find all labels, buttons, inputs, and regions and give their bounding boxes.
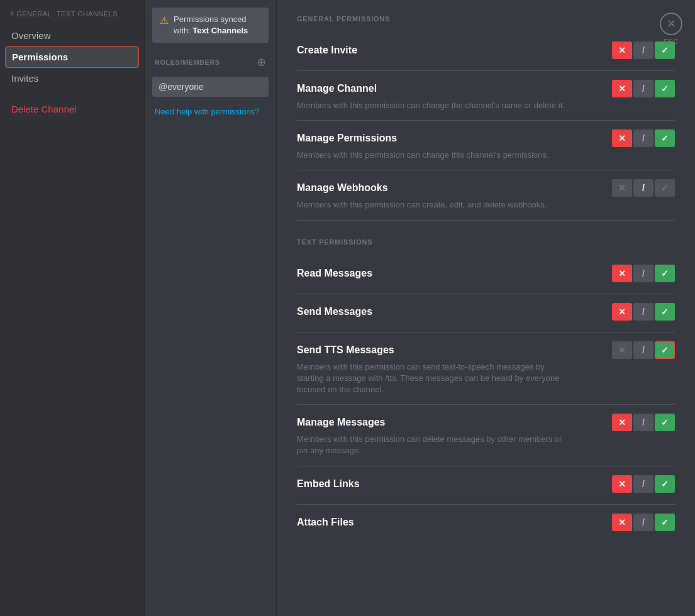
sync-banner-text: Permissions synced with: Text Channels (174, 14, 261, 36)
deny-btn-manage-messages[interactable]: ✕ (612, 414, 632, 431)
help-link[interactable]: Need help with permissions? (152, 99, 269, 124)
permission-name-manage-permissions: Manage Permissions (297, 133, 397, 144)
permission-send-messages: Send Messages ✕ / ✓ (297, 294, 675, 333)
perm-controls-send-tts-messages: ✕ / ✓ (612, 341, 675, 359)
allow-btn-attach-files[interactable]: ✓ (655, 514, 675, 531)
deny-btn-send-messages[interactable]: ✕ (612, 303, 632, 321)
allow-btn-manage-webhooks[interactable]: ✓ (655, 179, 675, 197)
perm-controls-send-messages: ✕ / ✓ (612, 303, 675, 321)
deny-btn-send-tts-messages[interactable]: ✕ (612, 341, 632, 359)
neutral-btn-manage-permissions[interactable]: / (633, 129, 653, 147)
allow-btn-read-messages[interactable]: ✓ (655, 265, 675, 282)
permission-manage-messages: Manage Messages ✕ / ✓ Members with this … (297, 405, 675, 466)
neutral-btn-manage-channel[interactable]: / (633, 80, 653, 97)
permission-name-send-tts-messages: Send TTS Messages (297, 344, 394, 356)
perm-controls-manage-messages: ✕ / ✓ (612, 414, 675, 431)
sidebar-item-permissions[interactable]: Permissions (5, 46, 139, 68)
permission-create-invite: Create Invite ✕ / ✓ (297, 33, 675, 71)
permission-desc-manage-channel: Members with this permission can change … (297, 100, 574, 111)
deny-btn-embed-links[interactable]: ✕ (612, 475, 632, 493)
deny-btn-manage-channel[interactable]: ✕ (612, 80, 632, 97)
sidebar-item-delete-channel[interactable]: Delete Channel (5, 99, 139, 119)
deny-btn-manage-webhooks[interactable]: ✕ (612, 179, 632, 197)
neutral-btn-read-messages[interactable]: / (633, 265, 653, 282)
permission-send-tts-messages: Send TTS Messages ✕ / ✓ Members with thi… (297, 333, 675, 405)
esc-icon[interactable]: ✕ (660, 13, 682, 35)
permission-desc-manage-permissions: Members with this permission can change … (297, 150, 574, 161)
allow-btn-embed-links[interactable]: ✓ (655, 475, 675, 493)
permission-embed-links: Embed Links ✕ / ✓ (297, 466, 675, 505)
perm-controls-manage-permissions: ✕ / ✓ (612, 129, 675, 147)
permission-name-manage-messages: Manage Messages (297, 417, 386, 428)
sidebar: # GENERAL TEXT CHANNELS Overview Permiss… (0, 0, 145, 616)
neutral-btn-manage-messages[interactable]: / (633, 414, 653, 431)
deny-btn-manage-permissions[interactable]: ✕ (612, 129, 632, 147)
neutral-btn-manage-webhooks[interactable]: / (633, 179, 653, 197)
deny-btn-attach-files[interactable]: ✕ (612, 514, 632, 531)
allow-btn-manage-permissions[interactable]: ✓ (655, 129, 675, 147)
add-role-button[interactable]: ⊕ (257, 57, 266, 68)
permission-name-manage-webhooks: Manage Webhooks (297, 182, 388, 194)
esc-label: ESC (664, 38, 679, 45)
sidebar-item-invites[interactable]: Invites (5, 68, 139, 89)
permission-name-embed-links: Embed Links (297, 478, 360, 490)
permission-manage-channel: Manage Channel ✕ / ✓ Members with this p… (297, 71, 675, 121)
permission-name-manage-channel: Manage Channel (297, 83, 377, 94)
neutral-btn-create-invite[interactable]: / (633, 41, 653, 59)
deny-btn-read-messages[interactable]: ✕ (612, 265, 632, 282)
allow-btn-manage-messages[interactable]: ✓ (655, 414, 675, 431)
neutral-btn-send-tts-messages[interactable]: / (633, 341, 653, 359)
roles-header: ROLES/MEMBERS ⊕ (152, 53, 269, 72)
channel-title: # GENERAL TEXT CHANNELS (5, 10, 139, 25)
permission-desc-manage-webhooks: Members with this permission can create,… (297, 199, 574, 211)
warning-icon: ⚠ (160, 14, 169, 26)
permission-read-messages: Read Messages ✕ / ✓ (297, 256, 675, 294)
middle-panel: ⚠ Permissions synced with: Text Channels… (145, 0, 277, 616)
perm-controls-attach-files: ✕ / ✓ (612, 514, 675, 531)
deny-btn-create-invite[interactable]: ✕ (612, 41, 632, 59)
perm-controls-manage-webhooks: ✕ / ✓ (612, 179, 675, 197)
sync-banner: ⚠ Permissions synced with: Text Channels (152, 8, 269, 43)
perm-controls-manage-channel: ✕ / ✓ (612, 80, 675, 97)
neutral-btn-send-messages[interactable]: / (633, 303, 653, 321)
permission-name-create-invite: Create Invite (297, 45, 357, 56)
allow-btn-send-messages[interactable]: ✓ (655, 303, 675, 321)
general-permissions-label: GENERAL PERMISSIONS (297, 15, 675, 23)
allow-btn-send-tts-messages[interactable]: ✓ (655, 341, 675, 359)
perm-controls-read-messages: ✕ / ✓ (612, 265, 675, 282)
permission-manage-permissions: Manage Permissions ✕ / ✓ Members with th… (297, 121, 675, 170)
allow-btn-manage-channel[interactable]: ✓ (655, 80, 675, 97)
permission-attach-files: Attach Files ✕ / ✓ (297, 505, 675, 542)
neutral-btn-attach-files[interactable]: / (633, 514, 653, 531)
permission-manage-webhooks: Manage Webhooks ✕ / ✓ Members with this … (297, 170, 675, 220)
permission-desc-manage-messages: Members with this permission can delete … (297, 434, 574, 456)
roles-label: ROLES/MEMBERS (155, 58, 220, 66)
permission-name-read-messages: Read Messages (297, 268, 372, 279)
sidebar-item-overview[interactable]: Overview (5, 25, 139, 46)
permission-name-attach-files: Attach Files (297, 517, 354, 528)
main-content: ✕ ESC GENERAL PERMISSIONS Create Invite … (277, 0, 695, 616)
permission-desc-send-tts-messages: Members with this permission can send te… (297, 361, 574, 396)
perm-controls-embed-links: ✕ / ✓ (612, 475, 675, 493)
esc-button[interactable]: ✕ ESC (660, 13, 682, 45)
role-everyone[interactable]: @everyone (152, 77, 269, 97)
permission-name-send-messages: Send Messages (297, 306, 372, 317)
text-permissions-label: TEXT PERMISSIONS (297, 238, 675, 246)
neutral-btn-embed-links[interactable]: / (633, 475, 653, 493)
